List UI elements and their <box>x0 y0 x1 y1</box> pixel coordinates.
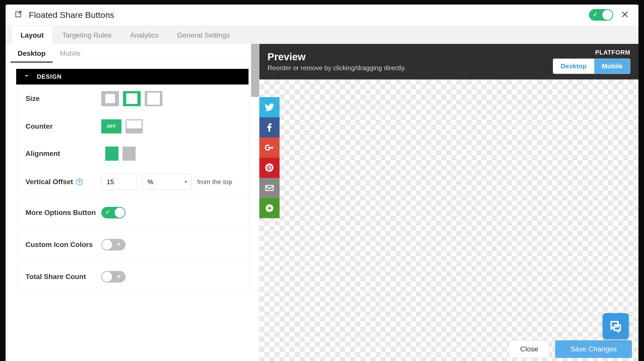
section-design-title: DESIGN <box>37 73 62 80</box>
tab-general[interactable]: General Settings <box>168 25 239 44</box>
platform-mobile-button[interactable]: Mobile <box>594 59 630 74</box>
share-pinterest-button[interactable] <box>259 158 280 178</box>
row-vertical-offset: Vertical Offset ? % from the top <box>16 167 248 197</box>
enable-toggle[interactable] <box>589 9 613 21</box>
vertical-offset-input[interactable] <box>101 174 137 190</box>
row-custom-colors: Custom Icon Colors <box>16 229 248 261</box>
row-total-share: Total Share Count <box>16 261 248 293</box>
align-right-button[interactable] <box>122 147 140 161</box>
scrollbar-vertical[interactable] <box>251 63 259 97</box>
row-more-options: More Options Button <box>16 197 248 229</box>
chevron-down-icon <box>24 73 30 80</box>
share-button-column[interactable] <box>259 97 280 218</box>
main-tabs: Layout Targeting Rules Analytics General… <box>6 25 638 44</box>
preview-panel: Preview Reorder or remove by clicking/dr… <box>259 44 638 361</box>
size-small-button[interactable] <box>101 91 119 106</box>
label-custom-colors: Custom Icon Colors <box>26 241 101 249</box>
preview-title: Preview <box>267 51 553 63</box>
label-alignment: Alignment <box>26 150 101 158</box>
modal-footer: Close Save Changes <box>502 336 638 361</box>
close-icon[interactable] <box>620 10 629 20</box>
share-more-button[interactable] <box>259 198 280 218</box>
tab-layout[interactable]: Layout <box>11 25 53 44</box>
section-design-header[interactable]: DESIGN <box>16 69 249 85</box>
chat-fab[interactable] <box>603 313 629 339</box>
vertical-offset-unit-select[interactable]: % <box>142 174 192 190</box>
platform-label: PLATFORM <box>553 49 630 56</box>
size-large-button[interactable] <box>145 91 162 106</box>
device-tab-desktop[interactable]: Desktop <box>11 44 53 63</box>
save-changes-button[interactable]: Save Changes <box>555 340 632 358</box>
settings-scroll[interactable]: DESIGN Size Counter OFF <box>6 63 259 361</box>
device-tabs: Desktop Mobile <box>6 44 259 63</box>
close-button[interactable]: Close <box>509 340 550 358</box>
align-left-button[interactable] <box>101 147 118 161</box>
total-share-toggle[interactable] <box>101 271 126 283</box>
modal-floated-share: Floated Share Buttons Layout Targeting R… <box>6 5 638 361</box>
offset-suffix: from the top <box>197 178 232 186</box>
label-total-share: Total Share Count <box>26 273 101 281</box>
size-medium-button[interactable] <box>123 91 141 106</box>
preview-subtitle: Reorder or remove by clicking/dragging d… <box>267 64 553 72</box>
platform-desktop-button[interactable]: Desktop <box>553 59 594 74</box>
share-facebook-button[interactable] <box>259 117 280 137</box>
row-size: Size <box>16 85 248 113</box>
modal-title: Floated Share Buttons <box>29 10 589 20</box>
counter-off-button[interactable]: OFF <box>101 119 121 133</box>
custom-colors-toggle[interactable] <box>101 239 126 251</box>
share-icon <box>15 10 23 20</box>
counter-on-button[interactable] <box>126 119 143 133</box>
tab-targeting[interactable]: Targeting Rules <box>53 25 121 44</box>
preview-header: Preview Reorder or remove by clicking/dr… <box>259 44 638 79</box>
share-email-button[interactable] <box>259 178 280 198</box>
preview-canvas <box>259 79 638 361</box>
device-tab-mobile[interactable]: Mobile <box>53 44 87 63</box>
label-counter: Counter <box>26 122 101 130</box>
modal-header: Floated Share Buttons <box>6 5 638 25</box>
label-size: Size <box>26 95 101 103</box>
row-alignment: Alignment <box>16 140 248 167</box>
settings-panel: Desktop Mobile DESIGN Size <box>6 44 259 361</box>
section-design-body: Size Counter OFF <box>16 85 249 293</box>
share-twitter-button[interactable] <box>259 97 280 117</box>
row-counter: Counter OFF <box>16 113 248 140</box>
label-vertical-offset: Vertical Offset ? <box>26 178 101 186</box>
more-options-toggle[interactable] <box>101 207 126 218</box>
share-google-button[interactable] <box>259 137 280 158</box>
label-more-options: More Options Button <box>26 209 101 217</box>
help-icon[interactable]: ? <box>76 179 83 185</box>
tab-analytics[interactable]: Analytics <box>121 25 168 44</box>
platform-segmented: Desktop Mobile <box>553 59 630 74</box>
